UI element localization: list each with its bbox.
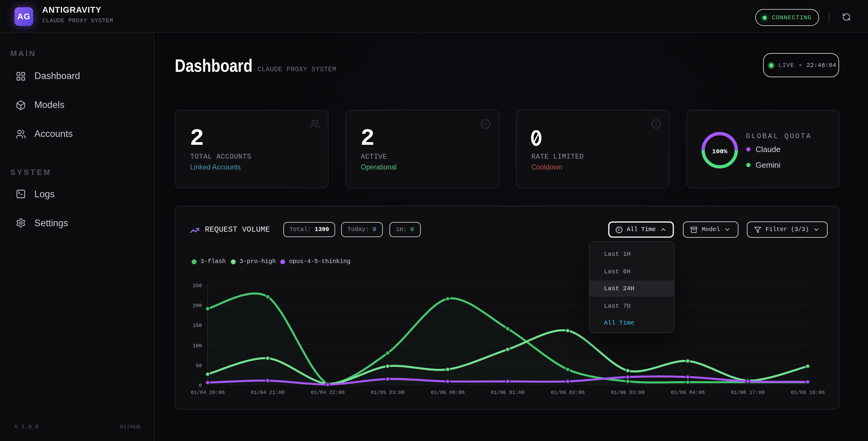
svg-text:01/04 21:00: 01/04 21:00 — [250, 389, 284, 395]
svg-text:01/04 22:00: 01/04 22:00 — [310, 389, 344, 395]
svg-text:01/08 17:00: 01/08 17:00 — [731, 389, 764, 395]
svg-text:01/06 03:00: 01/06 03:00 — [611, 389, 644, 395]
svg-text:01/06 02:00: 01/06 02:00 — [550, 389, 584, 395]
svg-text:200: 200 — [192, 302, 202, 308]
svg-text:100%: 100% — [712, 148, 727, 155]
svg-text:50: 50 — [195, 362, 202, 368]
svg-text:01/06 04:00: 01/06 04:00 — [671, 389, 704, 395]
svg-text:01/06 01:00: 01/06 01:00 — [490, 389, 524, 395]
svg-text:0: 0 — [198, 382, 202, 388]
svg-text:150: 150 — [192, 322, 202, 328]
svg-text:01/04 20:00: 01/04 20:00 — [190, 389, 224, 395]
svg-text:100: 100 — [192, 343, 202, 348]
svg-text:01/08 18:00: 01/08 18:00 — [790, 389, 824, 395]
svg-text:01/06 00:00: 01/06 00:00 — [430, 389, 464, 395]
svg-text:01/05 23:00: 01/05 23:00 — [370, 389, 404, 395]
svg-text:250: 250 — [192, 283, 202, 288]
